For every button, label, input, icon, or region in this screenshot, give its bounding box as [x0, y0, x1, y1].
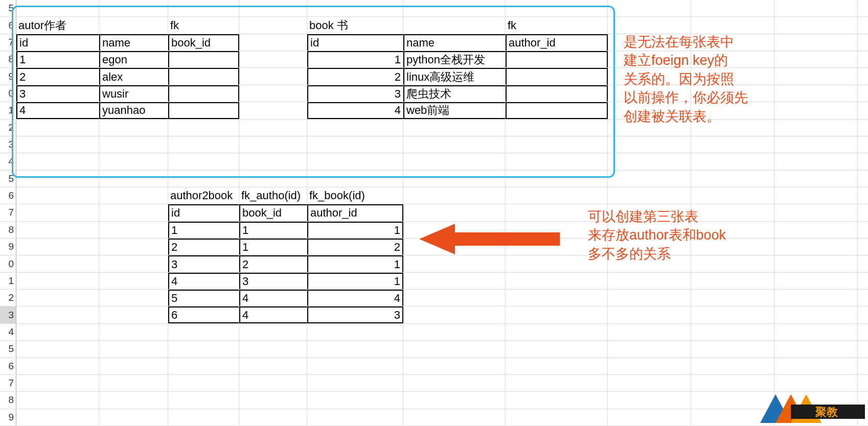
- cell[interactable]: [858, 273, 868, 289]
- row-header[interactable]: 1: [0, 273, 16, 289]
- book-fk-label-cell[interactable]: fk: [506, 17, 608, 33]
- cell[interactable]: [168, 358, 239, 374]
- row-header[interactable]: 8: [0, 51, 16, 67]
- cell[interactable]: [774, 375, 858, 391]
- cell[interactable]: [307, 324, 403, 340]
- cell[interactable]: [858, 204, 868, 221]
- cell[interactable]: [99, 222, 168, 238]
- cell[interactable]: [858, 120, 868, 136]
- cell[interactable]: [506, 273, 608, 289]
- cell[interactable]: [691, 306, 774, 323]
- cell[interactable]: [608, 392, 691, 408]
- cell[interactable]: [99, 392, 168, 408]
- a2b-row-bookid[interactable]: 3: [239, 273, 307, 289]
- cell[interactable]: [858, 341, 868, 357]
- cell[interactable]: [774, 120, 858, 136]
- cell[interactable]: [691, 290, 774, 306]
- row-header[interactable]: 1: [0, 102, 16, 119]
- cell[interactable]: [774, 255, 858, 272]
- cell[interactable]: [16, 290, 99, 306]
- cell[interactable]: [403, 153, 506, 170]
- cell[interactable]: [608, 136, 691, 153]
- cell[interactable]: [691, 0, 774, 16]
- a2b-row-authorid[interactable]: 1: [307, 255, 403, 272]
- cell[interactable]: [239, 324, 307, 340]
- cell[interactable]: [858, 102, 868, 119]
- cell[interactable]: [858, 68, 868, 84]
- cell[interactable]: [774, 358, 858, 374]
- cell[interactable]: [16, 204, 99, 221]
- cell[interactable]: [403, 171, 506, 187]
- cell[interactable]: [506, 136, 608, 153]
- author-row-id[interactable]: 4: [16, 102, 99, 119]
- cell[interactable]: [239, 85, 307, 102]
- cell[interactable]: [99, 204, 168, 221]
- cell[interactable]: [506, 171, 608, 187]
- row-header[interactable]: 2: [0, 120, 16, 136]
- cell[interactable]: [99, 187, 168, 204]
- book-row-id[interactable]: 3: [307, 85, 403, 102]
- cell[interactable]: [239, 153, 307, 170]
- cell[interactable]: [16, 136, 99, 153]
- author-row-fk[interactable]: [168, 102, 239, 119]
- a2b-authorid-header[interactable]: author_id: [307, 204, 403, 221]
- cell[interactable]: [858, 239, 868, 255]
- cell[interactable]: [168, 171, 239, 187]
- cell[interactable]: [99, 255, 168, 272]
- cell[interactable]: [774, 341, 858, 357]
- cell[interactable]: [239, 375, 307, 391]
- cell[interactable]: [774, 153, 858, 170]
- cell[interactable]: [858, 255, 868, 272]
- cell[interactable]: [307, 392, 403, 408]
- cell[interactable]: [168, 392, 239, 408]
- cell[interactable]: [307, 409, 403, 425]
- cell[interactable]: [608, 187, 691, 204]
- row-header[interactable]: 4: [0, 153, 16, 170]
- cell[interactable]: [168, 136, 239, 153]
- cell[interactable]: [239, 0, 307, 16]
- cell[interactable]: [168, 120, 239, 136]
- cell[interactable]: [307, 136, 403, 153]
- cell[interactable]: [16, 255, 99, 272]
- cell[interactable]: [16, 171, 99, 187]
- cell[interactable]: [99, 341, 168, 357]
- cell[interactable]: [403, 324, 506, 340]
- cell[interactable]: [16, 153, 99, 170]
- row-header[interactable]: 6: [0, 187, 16, 204]
- cell[interactable]: [691, 324, 774, 340]
- book-row-fk[interactable]: [506, 102, 608, 119]
- cell[interactable]: [16, 392, 99, 408]
- cell[interactable]: [239, 409, 307, 425]
- cell[interactable]: [774, 51, 858, 67]
- cell[interactable]: [774, 34, 858, 51]
- book-row-id[interactable]: 4: [307, 102, 403, 119]
- author-row-name[interactable]: alex: [99, 68, 168, 84]
- cell[interactable]: [858, 171, 868, 187]
- a2b-fk1-label-cell[interactable]: fk_autho(id): [239, 187, 307, 204]
- cell[interactable]: [691, 171, 774, 187]
- cell[interactable]: [16, 306, 99, 323]
- cell[interactable]: [774, 17, 858, 33]
- cell[interactable]: [608, 358, 691, 374]
- cell[interactable]: [774, 222, 858, 238]
- cell[interactable]: [307, 0, 403, 16]
- row-header[interactable]: 9: [0, 239, 16, 255]
- cell[interactable]: [239, 358, 307, 374]
- cell[interactable]: [239, 102, 307, 119]
- cell[interactable]: [774, 0, 858, 16]
- cell[interactable]: [774, 171, 858, 187]
- cell[interactable]: [774, 68, 858, 84]
- cell[interactable]: [506, 358, 608, 374]
- cell[interactable]: [307, 153, 403, 170]
- book-row-fk[interactable]: [506, 51, 608, 67]
- cell[interactable]: [403, 358, 506, 374]
- a2b-title-cell[interactable]: author2book: [168, 187, 239, 204]
- cell[interactable]: [239, 120, 307, 136]
- cell[interactable]: [99, 324, 168, 340]
- a2b-row-bookid[interactable]: 4: [239, 290, 307, 306]
- cell[interactable]: [858, 375, 868, 391]
- cell[interactable]: [774, 324, 858, 340]
- cell[interactable]: [858, 187, 868, 204]
- cell[interactable]: [858, 136, 868, 153]
- a2b-bookid-header[interactable]: book_id: [239, 204, 307, 221]
